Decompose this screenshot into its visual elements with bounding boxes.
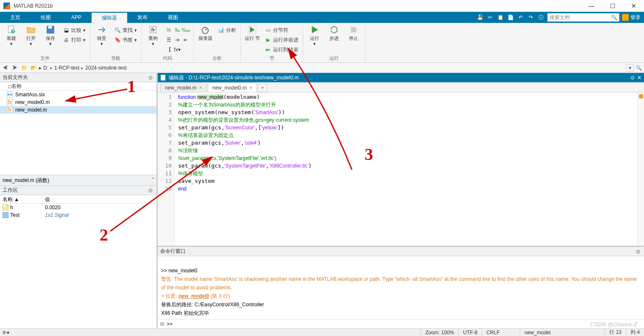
run-advance-button[interactable]: ▶运行并前进 xyxy=(263,35,300,45)
find-button[interactable]: 🔍查找 ▾ xyxy=(112,25,139,35)
nav-fwd-icon[interactable]: ⮞ xyxy=(11,64,19,72)
addr-search-icon[interactable]: 🔍 xyxy=(635,64,642,72)
tab-close-icon[interactable]: × xyxy=(199,85,202,91)
run-to-end-button[interactable]: ⏭运行到结束 xyxy=(263,45,300,54)
copy-icon[interactable]: 📋 xyxy=(496,14,504,21)
nav-up-icon[interactable]: 📁 xyxy=(20,64,28,72)
tab-publish[interactable]: 发布 xyxy=(127,12,158,23)
run-section-button[interactable]: 运行 节 xyxy=(243,25,261,41)
breadcrumb-drive[interactable]: D: xyxy=(43,65,48,71)
file-preview-bar[interactable]: new_model.m (函数) ˆ xyxy=(0,175,156,186)
tab-close-icon[interactable]: × xyxy=(249,85,252,91)
compare-button[interactable]: ⬓比较 ▾ xyxy=(61,25,87,35)
status-line: 行 13 xyxy=(605,329,626,336)
editor-options-icon[interactable]: ⊙ xyxy=(630,75,635,81)
run-button[interactable]: 运行▾ xyxy=(306,25,323,47)
status-encoding[interactable]: UTF-8 xyxy=(458,329,482,336)
svg-rect-20 xyxy=(161,75,165,80)
workspace-panel: 工作区 ⊙ 名称 ▲ 值 h0.0020Test1x1 Signal xyxy=(0,186,156,328)
annotation-1: 1 xyxy=(127,76,136,96)
tab-home[interactable]: 主页 xyxy=(0,12,31,23)
analyze-button[interactable]: 📊分析 xyxy=(216,25,238,35)
toolstrip: +新建▾ 打开▾ 保存▾ ⬓比较 ▾ 🖨打印 ▾ 文件 转至▾ 🔍查找 ▾ 🔖书… xyxy=(0,23,644,63)
command-output[interactable]: >> new_model0 警告: The model name 'SmartA… xyxy=(158,256,644,319)
new-tab-button[interactable]: + xyxy=(258,84,267,92)
profiler-button[interactable]: 探查器 xyxy=(196,25,214,41)
new-button[interactable]: +新建▾ xyxy=(3,25,20,47)
group-file-label: 文件 xyxy=(3,55,87,62)
group-section-label: 节 xyxy=(243,55,300,62)
editor-tab-1[interactable]: new_model.m× xyxy=(160,83,207,92)
svg-rect-18 xyxy=(3,205,5,207)
file-row[interactable]: fxnew_model.m xyxy=(0,106,156,114)
help-icon[interactable]: ⓘ xyxy=(537,14,545,21)
nav-back-icon[interactable]: ⮜ xyxy=(2,64,9,72)
panel-options-icon[interactable]: ⊙ xyxy=(147,74,154,81)
editor-title: 编辑器 - D:\1-RCP-test\2024-simulink-test\n… xyxy=(169,74,628,81)
cut-icon[interactable]: ✂ xyxy=(486,14,494,21)
titlebar: MATLAB R2021b — ☐ ✕ xyxy=(0,0,644,12)
undo-icon[interactable]: ↶ xyxy=(517,14,524,21)
group-nav-label: 导航 xyxy=(93,55,139,62)
status-function: new_model xyxy=(520,329,605,336)
tab-view[interactable]: 视图 xyxy=(158,12,188,23)
matlab-logo-icon xyxy=(3,3,10,9)
addr-dropdown-icon[interactable]: ▾ xyxy=(626,64,634,72)
tab-editor[interactable]: 编辑器 xyxy=(92,12,127,23)
login-button[interactable]: 登录 xyxy=(622,14,641,21)
editor-close-icon[interactable]: ✕ xyxy=(637,75,641,81)
ws-col-name[interactable]: 名称 ▲ xyxy=(0,195,42,203)
workspace-row[interactable]: h0.0020 xyxy=(0,204,156,211)
editor-header: 编辑器 - D:\1-RCP-test\2024-simulink-test\n… xyxy=(158,73,644,82)
current-folder-title: 当前文件夹 xyxy=(3,74,28,81)
comment-percent-icon[interactable]: %‰‱ xyxy=(164,25,191,35)
minimize-button[interactable]: — xyxy=(585,2,598,10)
goto-button[interactable]: 转至▾ xyxy=(93,25,111,47)
svg-rect-12 xyxy=(10,94,12,95)
svg-text:fx: fx xyxy=(8,99,12,105)
tab-plots[interactable]: 绘图 xyxy=(31,12,61,23)
editor-tab-2[interactable]: new_model0.m× xyxy=(208,83,257,92)
bookmark-button[interactable]: 🔖书签 ▾ xyxy=(112,35,139,45)
search-placeholder: 搜索文档 xyxy=(549,14,570,21)
svg-rect-4 xyxy=(48,26,52,29)
tab-apps[interactable]: APP xyxy=(61,12,92,23)
cmd-options-icon[interactable]: ⊙ xyxy=(635,248,641,255)
open-button[interactable]: 打开▾ xyxy=(22,25,40,47)
workspace-options-icon[interactable]: ⊙ xyxy=(147,187,154,194)
avatar-icon xyxy=(622,14,629,21)
error-location-link[interactable]: new_model0 xyxy=(178,293,209,299)
save-button[interactable]: 保存▾ xyxy=(42,25,59,47)
svg-text:+: + xyxy=(12,28,14,33)
save-icon[interactable]: 💾 xyxy=(476,14,484,21)
command-prompt[interactable]: fx >> xyxy=(158,319,644,328)
step-button[interactable]: 步进 xyxy=(325,25,343,41)
code-editor[interactable]: 12345678910111213 function new_model(mod… xyxy=(158,92,644,246)
stop-button[interactable]: 停止 xyxy=(345,25,362,41)
warning-marker-icon[interactable] xyxy=(639,94,643,98)
breadcrumb-1[interactable]: 1-RCP-test xyxy=(54,65,79,71)
nav-parent-icon[interactable]: 📂 xyxy=(30,64,37,72)
redo-icon[interactable]: ↷ xyxy=(527,14,535,21)
refactor-button[interactable]: fx重构▾ xyxy=(144,25,162,47)
print-button[interactable]: 🖨打印 ▾ xyxy=(61,35,87,45)
format-icons[interactable]: 【fx▾ xyxy=(164,45,191,54)
paste-icon[interactable]: 📄 xyxy=(507,14,514,21)
close-button[interactable]: ✕ xyxy=(627,2,641,10)
workspace-row[interactable]: Test1x1 Signal xyxy=(0,211,156,219)
workspace-title: 工作区 xyxy=(3,187,18,194)
breadcrumb-2[interactable]: 2024-simulink-test xyxy=(85,65,126,71)
indent-icons[interactable]: ☰⇥⇤ xyxy=(164,35,191,45)
file-row[interactable]: fxnew_model0.m xyxy=(0,98,156,106)
ws-col-value[interactable]: 值 xyxy=(42,195,53,203)
svg-text:fx: fx xyxy=(151,27,155,32)
maximize-button[interactable]: ☐ xyxy=(606,2,619,10)
search-icon: 🔍 xyxy=(611,14,617,20)
fx-icon[interactable]: fx xyxy=(160,321,164,327)
svg-text:fx: fx xyxy=(8,107,12,113)
status-eol[interactable]: CRLF xyxy=(482,329,520,336)
status-zoom[interactable]: Zoom: 100% xyxy=(421,329,458,336)
search-docs-input[interactable]: 搜索文档 🔍 xyxy=(547,13,619,22)
editor-file-icon xyxy=(160,75,166,81)
section-break-button[interactable]: ▭分节符 xyxy=(263,25,300,35)
